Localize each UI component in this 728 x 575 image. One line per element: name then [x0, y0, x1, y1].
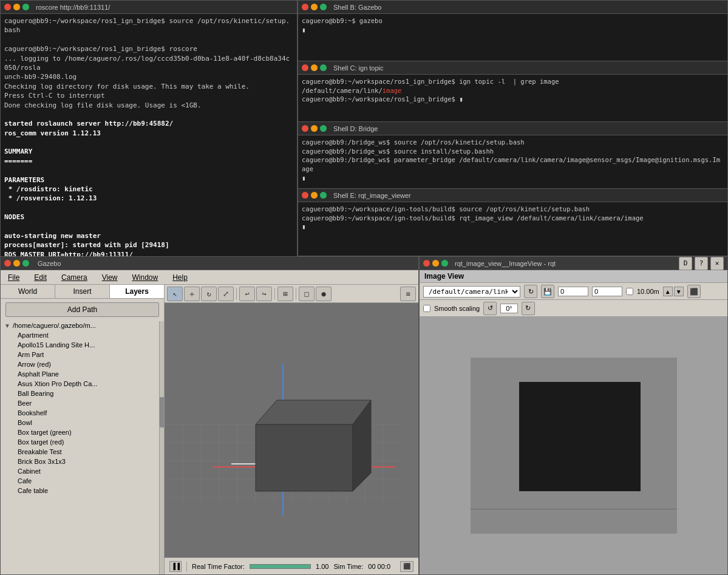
shell-c-titlebar: Shell C: ign topic — [298, 61, 727, 75]
zoom-input[interactable] — [558, 287, 588, 296]
zoom-up-btn[interactable]: ▲ — [663, 287, 673, 296]
menu-edit[interactable]: Edit — [32, 273, 49, 282]
toggle-details-button[interactable]: ≡ — [400, 287, 416, 301]
topic-dropdown[interactable]: /default/camera/link/c — [423, 286, 520, 298]
tab-world[interactable]: World — [1, 285, 55, 298]
list-item[interactable]: Asphalt Plane — [3, 369, 162, 379]
zoom-step-input[interactable] — [592, 287, 622, 296]
list-item[interactable]: Cafe — [3, 476, 162, 486]
rqt-window: rqt_image_view__ImageView - rqt D ? ✕ Im… — [419, 256, 728, 575]
list-item[interactable]: Apollo15 Landing Site H... — [3, 340, 162, 350]
list-item[interactable]: Cafe table — [3, 486, 162, 495]
model-tree[interactable]: ▼ /home/caguero/.gazebo/m... Apartment A… — [1, 321, 164, 574]
zoom-down-btn[interactable]: ▼ — [674, 287, 684, 296]
minimize-btn-rqt[interactable] — [432, 260, 439, 267]
minimize-btn-d[interactable] — [311, 125, 318, 132]
rotate-ccw-button[interactable]: ↺ — [483, 302, 497, 315]
scrollbar-thumb[interactable] — [160, 397, 165, 427]
toolbar-separator-1 — [236, 288, 237, 300]
minimize-btn-c[interactable] — [311, 64, 318, 71]
export-image-button[interactable]: ⬛ — [687, 285, 701, 298]
translate-tool-button[interactable]: ✛ — [184, 287, 200, 301]
minimize-btn-e[interactable] — [311, 192, 318, 199]
select-tool-button[interactable]: ↖ — [167, 287, 183, 301]
menu-file[interactable]: File — [5, 273, 22, 282]
list-item[interactable]: Bookshelf — [3, 408, 162, 418]
close-btn-roscore[interactable] — [4, 4, 11, 10]
rqt-image-area — [420, 317, 727, 574]
zoom-max-label: 10.00m — [637, 288, 659, 295]
maximize-btn-c[interactable] — [320, 64, 327, 71]
rqt-help-btn[interactable]: D — [679, 257, 692, 270]
close-btn-b[interactable] — [302, 4, 308, 10]
refresh-topic-button[interactable]: ↻ — [524, 285, 537, 298]
redo-button[interactable]: ↪ — [256, 287, 272, 301]
list-item[interactable]: Brick Box 3x1x3 — [3, 457, 162, 466]
maximize-btn-d[interactable] — [320, 125, 327, 132]
undo-button[interactable]: ↩ — [239, 287, 255, 301]
list-item[interactable]: Box target (red) — [3, 437, 162, 447]
progress-fill — [250, 565, 310, 568]
rotate-tool-button[interactable]: ↻ — [201, 287, 217, 301]
sim-time-value: 00 00:0 — [368, 563, 390, 570]
smooth-label: Smooth scaling — [434, 305, 480, 312]
minimize-btn-gazebo[interactable] — [13, 260, 20, 267]
close-btn-gazebo[interactable] — [4, 260, 11, 267]
list-item[interactable]: Arm Part — [3, 350, 162, 359]
maximize-btn-b[interactable] — [320, 4, 327, 10]
list-item[interactable]: Ball Bearing — [3, 389, 162, 398]
rotate-cw-button[interactable]: ↻ — [522, 302, 535, 315]
list-item[interactable]: Breakable Test — [3, 447, 162, 457]
list-item[interactable]: Asus Xtion Pro Depth Ca... — [3, 379, 162, 389]
tab-layers[interactable]: Layers — [110, 285, 164, 298]
rqt-smooth-row: Smooth scaling ↺ 0° ↻ — [420, 300, 727, 317]
tree-expand-icon[interactable]: ▼ — [4, 322, 10, 329]
tab-insert[interactable]: Insert — [55, 285, 110, 298]
add-path-button[interactable]: Add Path — [5, 302, 159, 317]
roscore-terminal: roscore http://bb9:11311/ caguero@bb9:~/… — [0, 0, 298, 256]
rqt-question-btn[interactable]: ? — [695, 257, 708, 270]
maximize-btn-roscore[interactable] — [22, 4, 29, 10]
rqt-titlebar-buttons: D ? ✕ — [679, 257, 724, 270]
list-item[interactable]: Beer — [3, 398, 162, 408]
maximize-btn-gazebo[interactable] — [22, 260, 29, 267]
expand-details-button[interactable]: ⬛ — [400, 561, 413, 572]
zoom-checkbox[interactable] — [626, 288, 633, 295]
scrollbar-track[interactable] — [159, 321, 164, 574]
shell-e-panel: Shell E: rqt_image_viewer caguero@bb9:~/… — [298, 189, 727, 256]
real-time-progress — [250, 564, 311, 569]
maximize-btn-rqt[interactable] — [441, 260, 448, 267]
menu-window[interactable]: Window — [130, 273, 161, 282]
shell-b-title: Shell B: Gazebo — [333, 4, 382, 11]
list-item[interactable]: Apartment — [3, 330, 162, 340]
menu-view[interactable]: View — [100, 273, 120, 282]
rotation-display: 0° — [500, 304, 518, 313]
list-item[interactable]: Cabinet — [3, 466, 162, 476]
save-image-button[interactable]: 💾 — [541, 285, 554, 298]
box-shape-button[interactable]: □ — [299, 287, 315, 301]
smooth-checkbox[interactable] — [423, 305, 430, 312]
rqt-close-btn[interactable]: ✕ — [710, 257, 724, 270]
list-item[interactable]: Arrow (red) — [3, 359, 162, 369]
list-item[interactable]: Bowl — [3, 418, 162, 427]
close-btn-c[interactable] — [302, 64, 308, 71]
viewport-canvas[interactable] — [165, 303, 418, 557]
maximize-btn-e[interactable] — [320, 192, 327, 199]
list-item[interactable]: Box target (green) — [3, 427, 162, 437]
minimize-btn-roscore[interactable] — [13, 4, 20, 10]
camera-image-object — [519, 382, 641, 491]
svg-marker-20 — [256, 424, 353, 491]
close-btn-e[interactable] — [302, 192, 308, 199]
menu-camera[interactable]: Camera — [59, 273, 90, 282]
pause-button[interactable]: ▐▐ — [169, 561, 182, 572]
scale-tool-button[interactable]: ⤢ — [218, 287, 234, 301]
close-btn-d[interactable] — [302, 125, 308, 132]
rqt-plugin-area: Image View /default/camera/link/c ↻ 💾 10… — [420, 270, 727, 574]
sphere-shape-button[interactable]: ● — [316, 287, 332, 301]
shell-c-body: caguero@bb9:~/workspace/ros1_ign_bridge$… — [298, 75, 727, 121]
minimize-btn-b[interactable] — [311, 4, 318, 10]
snap-button[interactable]: ⊞ — [277, 287, 293, 301]
menu-help[interactable]: Help — [170, 273, 190, 282]
close-btn-rqt[interactable] — [423, 260, 430, 267]
shell-e-titlebar: Shell E: rqt_image_viewer — [298, 189, 727, 202]
